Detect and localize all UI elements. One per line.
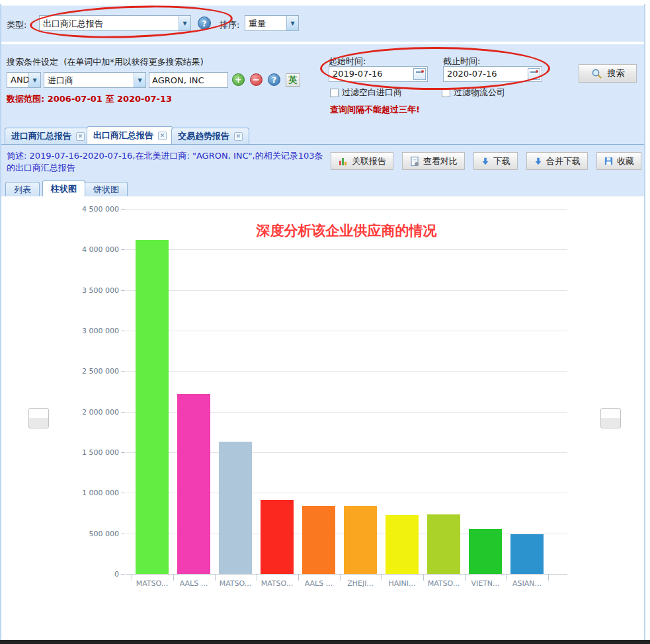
tab-exporter-summary-report[interactable]: 出口商汇总报告 ✕ — [87, 126, 173, 144]
y-axis-tick — [121, 574, 125, 575]
app-window: 类型: 出口商汇总报告 ▼ ? 排序: 重量 ▼ 搜索条件设定 (在单词中加*用… — [0, 0, 650, 644]
y-axis-tick — [121, 290, 125, 291]
x-axis-line — [126, 574, 567, 575]
search-field-value: 进口商 — [44, 73, 134, 87]
filter-blank-importer-label: 过滤空白进口商 — [342, 87, 402, 99]
document-icon — [409, 156, 420, 167]
help-icon[interactable]: ? — [268, 73, 280, 86]
tab-list-view[interactable]: 列表 — [5, 182, 40, 196]
calendar-icon[interactable] — [413, 68, 426, 80]
x-axis-category-label: AALS ... — [298, 579, 340, 588]
help-icon[interactable]: ? — [198, 17, 211, 30]
y-axis-label: 2 500 000 — [60, 367, 119, 376]
x-axis-category-label: MATSO... — [215, 579, 257, 588]
chevron-down-icon[interactable]: ▼ — [134, 73, 145, 87]
gridline — [126, 290, 567, 291]
chevron-down-icon[interactable]: ▼ — [179, 16, 190, 30]
y-axis-label: 0 — [60, 570, 119, 579]
tab-pie-chart-view[interactable]: 饼状图 — [85, 182, 128, 196]
download-button[interactable]: 下载 — [473, 152, 518, 170]
y-axis-label: 3 500 000 — [60, 286, 119, 295]
end-date-input[interactable]: 2020-07-16 — [443, 66, 542, 82]
x-axis-category-label: VIETN... — [465, 579, 507, 588]
sort-select[interactable]: 重量 ▼ — [245, 15, 299, 31]
save-disk-icon — [604, 156, 614, 166]
view-comparison-button[interactable]: 查看对比 — [402, 152, 465, 170]
search-field-select[interactable]: 进口商 ▼ — [44, 72, 146, 88]
chart-bar[interactable] — [344, 506, 377, 574]
chart-bar[interactable] — [136, 240, 169, 574]
filter-logistics-row: 过滤物流公司 — [442, 87, 505, 99]
report-actions: 关联报告 查看对比 下载 — [331, 152, 641, 170]
chart-bar[interactable] — [427, 514, 460, 574]
tab-bar-chart-view[interactable]: 柱状图 — [42, 181, 85, 196]
search-icon — [591, 68, 602, 79]
search-conditions-title: 搜索条件设定 (在单词中加*用以获得更多搜索结果) — [7, 56, 204, 68]
y-axis-label: 1 500 000 — [60, 448, 119, 457]
language-toggle-button[interactable]: 英 — [286, 73, 300, 87]
merge-download-button[interactable]: 合并下载 — [526, 152, 588, 170]
y-axis-label: 1 000 000 — [60, 489, 119, 497]
start-date-input[interactable]: 2019-07-16 — [329, 66, 428, 82]
calendar-icon[interactable] — [528, 68, 540, 80]
bar-chart-plot: 0500 0001 000 0001 500 0002 000 0002 500… — [1, 196, 644, 640]
report-type-value: 出口商汇总报告 — [40, 16, 179, 30]
x-axis-tick — [548, 575, 549, 581]
search-button-label: 搜索 — [608, 67, 625, 79]
y-axis-tick — [121, 331, 125, 331]
y-axis-label: 3 000 000 — [60, 327, 119, 335]
gridline — [126, 209, 567, 210]
bar-chart-icon — [338, 156, 348, 167]
y-axis-tick — [121, 412, 125, 413]
gridline — [126, 249, 567, 250]
close-icon[interactable]: ✕ — [158, 132, 167, 140]
scroll-left-button[interactable] — [28, 408, 49, 428]
x-axis-category-label: MATSO... — [423, 579, 465, 588]
y-axis-tick — [121, 209, 125, 210]
tab-trade-trend-report[interactable]: 交易趋势报告 ✕ — [171, 128, 249, 144]
chart-bar[interactable] — [219, 442, 252, 574]
chart-bar[interactable] — [469, 529, 502, 574]
chart-bar[interactable] — [510, 534, 544, 574]
scroll-right-button[interactable] — [600, 408, 621, 428]
favorite-button[interactable]: 收藏 — [596, 152, 641, 170]
filter-blank-importer-checkbox[interactable] — [330, 89, 339, 97]
chevron-down-icon[interactable]: ▼ — [286, 16, 298, 30]
right-frame-border — [644, 4, 645, 640]
related-report-button[interactable]: 关联报告 — [331, 152, 393, 170]
x-axis-category-label: ZHEJI... — [340, 579, 382, 588]
close-icon[interactable]: ✕ — [234, 132, 243, 141]
report-summary-bar: 简述: 2019-07-16-2020-07-16,在北美进口商: "AGRON… — [1, 145, 644, 180]
report-summary-text: 简述: 2019-07-16-2020-07-16,在北美进口商: "AGRON… — [7, 150, 325, 174]
search-conditions-panel: 搜索条件设定 (在单词中加*用以获得更多搜索结果) AND ▼ 进口商 ▼ + … — [1, 44, 644, 126]
bool-operator-select[interactable]: AND ▼ — [7, 72, 41, 88]
data-range-notice: 数据范围: 2006-07-01 至 2020-07-13 — [7, 93, 172, 105]
x-axis-category-label: AALS ... — [173, 579, 215, 588]
report-tabbar: 进口商汇总报告 ✕ 出口商汇总报告 ✕ 交易趋势报告 ✕ — [1, 126, 644, 145]
chart-bar[interactable] — [386, 515, 419, 574]
bool-operator-value: AND — [7, 73, 28, 87]
y-axis-tick — [121, 371, 125, 372]
y-axis-label: 4 500 000 — [60, 205, 119, 214]
gridline — [126, 331, 567, 331]
y-axis-label: 2 000 000 — [60, 408, 119, 417]
bar-chart-panel: 深度分析该企业供应商的情况 0500 0001 000 0001 500 000… — [1, 196, 644, 640]
x-axis-category-label: MATSO... — [132, 579, 173, 588]
chart-bar[interactable] — [302, 506, 335, 574]
search-button[interactable]: 搜索 — [579, 64, 637, 83]
close-icon[interactable]: ✕ — [76, 132, 85, 141]
interval-warning: 查询间隔不能超过三年! — [330, 104, 420, 116]
filter-logistics-checkbox[interactable] — [442, 89, 450, 97]
tab-importer-summary-report[interactable]: 进口商汇总报告 ✕ — [5, 128, 91, 144]
chart-bar[interactable] — [261, 500, 294, 574]
remove-condition-icon[interactable]: − — [250, 73, 263, 86]
x-axis-category-label: HAINI... — [382, 579, 423, 588]
chevron-down-icon[interactable]: ▼ — [28, 73, 40, 87]
report-type-select[interactable]: 出口商汇总报告 ▼ — [39, 15, 191, 31]
type-label: 类型: — [7, 19, 26, 31]
add-condition-icon[interactable]: + — [232, 73, 245, 86]
chart-bar[interactable] — [177, 394, 210, 574]
x-axis-category-label: MATSO... — [257, 579, 298, 588]
keyword-input[interactable] — [149, 72, 228, 88]
y-axis-tick — [121, 452, 125, 453]
